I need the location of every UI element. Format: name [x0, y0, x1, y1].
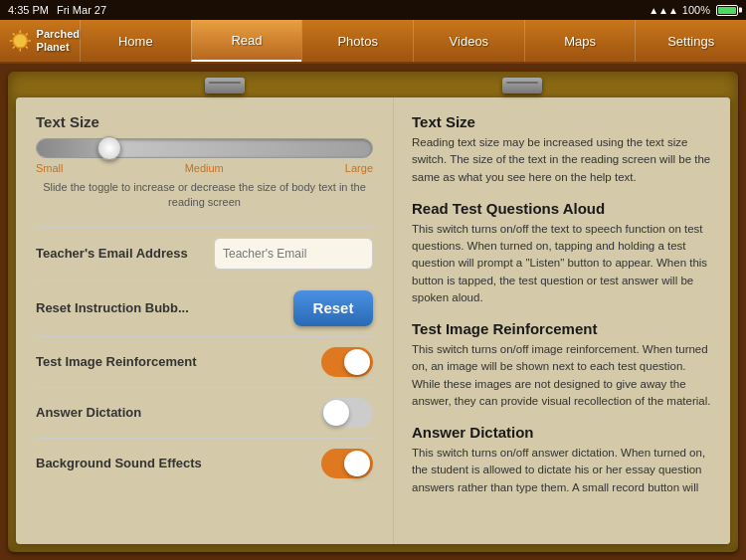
svg-line-5	[13, 34, 15, 36]
help-text-1: This switch turns on/off the text to spe…	[412, 221, 712, 306]
help-section-3: Answer Dictation This switch turns on/of…	[412, 424, 712, 496]
answer-dictation-toggle-thumb	[323, 400, 349, 426]
left-panel: Text Size Small Medium Large Slide the t…	[16, 97, 394, 544]
battery-icon	[716, 5, 738, 16]
app-title: Parched Planet	[37, 28, 80, 54]
tab-home[interactable]: Home	[80, 20, 191, 62]
reset-label: Reset Instruction Bubb...	[36, 300, 293, 315]
help-title-0: Text Size	[412, 113, 712, 130]
slider-fill	[37, 139, 103, 157]
text-size-slider-track[interactable]	[36, 138, 373, 158]
help-section-2: Test Image Reinforcement This switch tur…	[412, 320, 712, 410]
teacher-email-label: Teacher's Email Address	[36, 246, 214, 261]
text-size-title: Text Size	[36, 113, 373, 130]
tab-settings[interactable]: Settings	[635, 20, 746, 62]
help-title-1: Read Test Questions Aloud	[412, 200, 712, 217]
test-image-toggle-thumb	[344, 349, 370, 375]
background-sound-row: Background Sound Effects	[36, 438, 373, 488]
test-image-toggle[interactable]	[321, 347, 373, 377]
nav-tabs: Home Read Photos Videos Maps Settings	[80, 20, 746, 62]
help-title-2: Test Image Reinforcement	[412, 320, 712, 337]
slider-thumb[interactable]	[97, 136, 121, 160]
svg-line-6	[26, 47, 28, 49]
app-logo: Parched Planet	[0, 27, 80, 55]
background-sound-label: Background Sound Effects	[36, 456, 321, 470]
help-text-0: Reading text size may be increased using…	[412, 134, 712, 186]
answer-dictation-row: Answer Dictation	[36, 387, 373, 438]
sun-icon	[8, 27, 33, 55]
answer-dictation-toggle[interactable]	[321, 398, 373, 428]
text-size-section: Text Size Small Medium Large Slide the t…	[36, 113, 373, 211]
help-title-3: Answer Dictation	[412, 424, 712, 441]
help-section-1: Read Test Questions Aloud This switch tu…	[412, 200, 712, 306]
board: Text Size Small Medium Large Slide the t…	[8, 72, 738, 552]
svg-line-8	[13, 47, 15, 49]
help-text-3: This switch turns on/off answer dictatio…	[412, 445, 712, 496]
status-left: 4:35 PM Fri Mar 27	[8, 4, 106, 16]
nav-bar: Parched Planet Home Read Photos Videos M…	[0, 20, 746, 64]
reset-button[interactable]: Reset	[293, 290, 373, 326]
slider-labels: Small Medium Large	[36, 162, 373, 174]
battery-pct: 100%	[682, 4, 710, 16]
tab-maps[interactable]: Maps	[524, 20, 636, 62]
background-sound-toggle-thumb	[344, 451, 370, 476]
answer-dictation-label: Answer Dictation	[36, 405, 321, 420]
clip-right	[502, 78, 542, 93]
right-panel: Text Size Reading text size may be incre…	[394, 97, 730, 544]
test-image-label: Test Image Reinforcement	[36, 354, 321, 369]
main-area: Text Size Small Medium Large Slide the t…	[0, 64, 746, 560]
slider-description: Slide the toggle to increase or decrease…	[36, 180, 373, 211]
status-right: ▲▲▲ 100%	[649, 4, 738, 16]
status-bar: 4:35 PM Fri Mar 27 ▲▲▲ 100%	[0, 0, 746, 20]
svg-line-7	[26, 34, 28, 36]
test-image-row: Test Image Reinforcement	[36, 336, 373, 387]
help-section-0: Text Size Reading text size may be incre…	[412, 113, 712, 186]
label-medium: Medium	[185, 162, 224, 174]
teacher-email-row: Teacher's Email Address	[36, 227, 373, 280]
reset-row: Reset Instruction Bubb... Reset	[36, 280, 373, 336]
svg-point-0	[13, 34, 27, 48]
tab-videos[interactable]: Videos	[413, 20, 524, 62]
background-sound-toggle[interactable]	[321, 449, 373, 478]
clip-row	[16, 78, 730, 93]
status-time: 4:35 PM	[8, 4, 49, 16]
help-text-2: This switch turns on/off image reinforce…	[412, 341, 712, 410]
tab-read[interactable]: Read	[191, 20, 302, 62]
wifi-icon: ▲▲▲	[649, 5, 678, 16]
clip-left	[205, 78, 245, 93]
label-small: Small	[36, 162, 64, 174]
paper: Text Size Small Medium Large Slide the t…	[16, 97, 730, 544]
label-large: Large	[345, 162, 373, 174]
tab-photos[interactable]: Photos	[301, 20, 413, 62]
teacher-email-input[interactable]	[214, 238, 373, 270]
status-day: Fri Mar 27	[57, 4, 106, 16]
